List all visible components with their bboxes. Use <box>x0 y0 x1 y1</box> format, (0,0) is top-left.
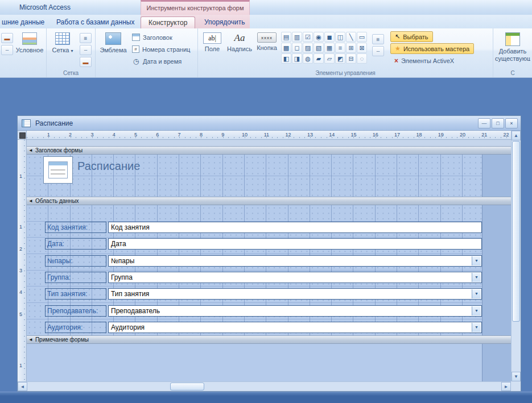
tab-arrange[interactable]: Упорядочить <box>197 16 252 28</box>
field-label[interactable]: Аудитория: <box>45 322 106 333</box>
page-numbers-button[interactable]: # Номера страниц <box>132 44 190 54</box>
design-canvas[interactable]: ◄ Заголовок формы Расписание ◄ Область д… <box>27 140 511 381</box>
add-existing-fields-button[interactable]: Добавить существующие п <box>494 31 531 64</box>
form-header-area[interactable]: Расписание <box>27 155 511 197</box>
insert-page-icon[interactable]: ⊞ <box>346 43 356 53</box>
use-wizards-label: Использовать мастера <box>403 45 469 52</box>
line-type-button[interactable] <box>372 46 384 56</box>
section-bar-detail[interactable]: ◄ Область данных <box>27 197 511 205</box>
form-selector-button[interactable] <box>18 131 27 140</box>
scroll-down-icon[interactable]: ▼ <box>512 372 521 381</box>
restore-button[interactable]: □ <box>492 118 504 128</box>
ruler-mark: 1 <box>19 224 22 230</box>
tab-external-data[interactable]: шние данные <box>0 16 52 28</box>
field-label[interactable]: №пары: <box>45 255 106 267</box>
vertical-scroll-thumb[interactable] <box>512 141 520 322</box>
wizard-icon: ★ <box>395 45 401 52</box>
form-title-label-control[interactable]: Расписание <box>77 160 140 173</box>
field-label[interactable]: Код занятия: <box>45 222 106 233</box>
gridline-thickness-button[interactable] <box>80 33 92 43</box>
combo-box-control[interactable]: Тип занятия▼ <box>108 288 482 300</box>
date-time-button[interactable]: ◷ Дата и время <box>132 56 190 66</box>
vertical-scrollbar[interactable]: ▲ ▼ <box>511 131 521 381</box>
scroll-up-icon[interactable]: ▲ <box>512 131 521 140</box>
logo-button[interactable]: Эмблема <box>98 31 129 55</box>
page-number-icon[interactable]: ⊟ <box>346 53 356 64</box>
hyperlink-icon[interactable]: ◨ <box>292 53 302 64</box>
command-button-button[interactable]: xxxx Кнопка <box>254 31 280 53</box>
ruler-mark: 21 <box>481 132 487 138</box>
chart-icon[interactable]: ▧ <box>314 43 324 53</box>
attachment-icon[interactable]: ⊠ <box>357 43 367 53</box>
combo-box-control[interactable]: №пары▼ <box>108 255 482 267</box>
v-ruler[interactable]: 1123451 <box>18 140 27 381</box>
scroll-right-icon[interactable]: ► <box>501 382 511 391</box>
section-bar-form-header[interactable]: ◄ Заголовок формы <box>27 146 511 155</box>
combo-box-control[interactable]: Аудитория▼ <box>108 322 482 333</box>
combo-box-control[interactable]: Группа▼ <box>108 272 482 283</box>
image-icon[interactable]: ▨ <box>303 43 313 53</box>
gridlines-button[interactable]: Сетка ▾ <box>49 31 76 55</box>
tab-database-tools[interactable]: Работа с базами данных <box>49 16 142 28</box>
combo-dropdown-icon[interactable]: ▼ <box>472 273 481 282</box>
form-icon <box>22 119 31 127</box>
tab-control-icon[interactable]: ◫ <box>335 32 345 42</box>
combo-dropdown-icon[interactable]: ▼ <box>472 289 481 298</box>
section-bar-form-footer[interactable]: ◄ Примечание формы <box>27 335 511 344</box>
form-footer-area[interactable] <box>27 344 511 381</box>
detail-area[interactable]: Код занятия:Код занятияДата:Дата№пары:№п… <box>27 205 511 335</box>
option-group-icon[interactable]: ◧ <box>281 53 291 64</box>
command-button-icon[interactable]: ▰ <box>314 53 324 64</box>
form-title-button[interactable]: Заголовок <box>132 32 190 42</box>
field-label[interactable]: Дата: <box>45 238 106 250</box>
gridline-color-button[interactable] <box>80 57 92 67</box>
text-box-icon[interactable]: ◍ <box>303 53 313 64</box>
combo-dropdown-icon[interactable]: ▼ <box>472 256 481 265</box>
page-break-icon[interactable]: ≡ <box>335 43 345 53</box>
logo-icon[interactable]: ◌ <box>357 53 367 64</box>
check-box-icon[interactable]: ☑ <box>303 32 313 42</box>
label-button[interactable]: Aa Надпись <box>225 31 254 54</box>
field-label[interactable]: Группа: <box>45 272 106 283</box>
list-box-icon[interactable]: ▤ <box>281 32 291 42</box>
text-box-button[interactable]: ab| Поле <box>200 31 224 54</box>
field-label[interactable]: Преподаватель: <box>45 305 106 317</box>
subreport-icon[interactable]: ◩ <box>335 53 345 64</box>
select-button[interactable]: ↖ Выбрать <box>390 31 433 42</box>
option-button-icon[interactable]: ◉ <box>314 32 324 42</box>
status-bar <box>0 392 532 403</box>
text-box-control[interactable]: Код занятия <box>108 222 482 233</box>
h-ruler[interactable]: 12345678910111213141516171819202122 <box>27 131 511 140</box>
conditional-formatting-button[interactable]: Условное <box>14 31 46 55</box>
contextual-tab-group-header: Инструменты конструктора форм <box>141 0 250 15</box>
toggle-button-icon[interactable]: ◼ <box>324 32 335 42</box>
minimize-button[interactable]: — <box>478 118 490 128</box>
close-button[interactable]: × <box>505 118 518 128</box>
gridline-style-button[interactable] <box>80 45 92 55</box>
line-icon[interactable]: ╲ <box>346 32 356 42</box>
logo-image-control[interactable] <box>43 156 73 184</box>
use-wizards-button[interactable]: ★ Использовать мастера <box>390 43 474 54</box>
fill-color-button[interactable] <box>1 33 13 43</box>
subform-icon[interactable]: ▦ <box>324 43 335 53</box>
app-titlebar: Microsoft Access Инструменты конструктор… <box>0 0 532 15</box>
field-label[interactable]: Тип занятия: <box>45 288 106 300</box>
text-box-control[interactable]: Дата <box>108 238 482 250</box>
tab-design[interactable]: Конструктор <box>141 16 195 28</box>
horizontal-scroll-thumb[interactable] <box>170 383 204 390</box>
label-icon[interactable]: ▱ <box>324 53 335 64</box>
combo-box-icon[interactable]: ▥ <box>292 32 302 42</box>
combo-box-control[interactable]: Преподаватель▼ <box>108 305 482 317</box>
unbound-object-frame-icon[interactable]: ◻ <box>292 43 302 53</box>
line-thickness-button[interactable] <box>372 34 384 44</box>
font-color-button[interactable] <box>1 45 13 55</box>
form-window-titlebar[interactable]: Расписание — □ × <box>18 116 521 131</box>
combo-dropdown-icon[interactable]: ▼ <box>472 323 481 332</box>
combo-dropdown-icon[interactable]: ▼ <box>472 306 481 315</box>
activex-controls-button[interactable]: × Элементы ActiveX <box>390 55 458 66</box>
scroll-left-icon[interactable]: ◄ <box>18 382 27 391</box>
rectangle-icon[interactable]: ▭ <box>357 32 367 42</box>
horizontal-scrollbar[interactable]: ◄ ► <box>18 381 511 391</box>
bound-object-frame-icon[interactable]: ▩ <box>281 43 291 53</box>
text-box-icon: ab| <box>203 32 221 44</box>
